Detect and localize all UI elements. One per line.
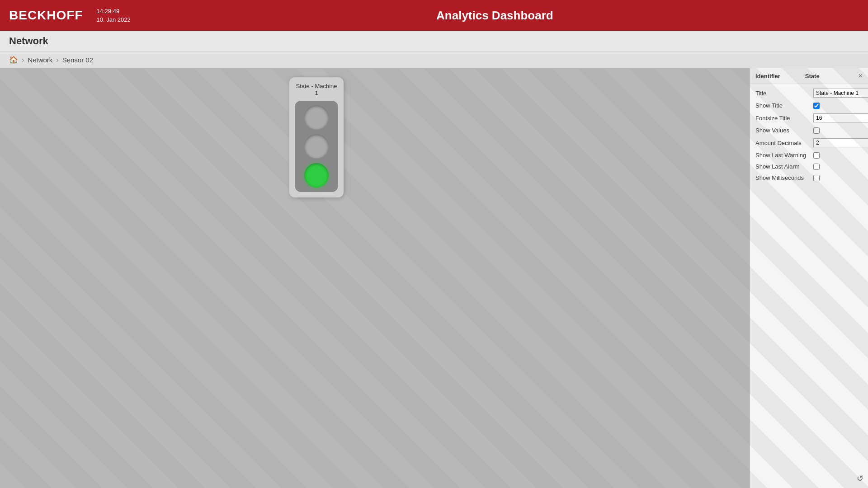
home-icon[interactable]: 🏠 — [9, 56, 18, 64]
amount-decimals-label: Amount Decimals — [755, 140, 810, 146]
datetime-line2: 10. Jan 2022 — [97, 15, 131, 24]
breadcrumb-network[interactable]: Network — [28, 56, 52, 64]
logo-text: BECKHOFF — [9, 9, 83, 22]
show-last-warning-label: Show Last Warning — [755, 152, 810, 159]
panel-row-amount-decimals: Amount Decimals — [755, 138, 863, 147]
fontsize-title-label: Fontsize Title — [755, 115, 810, 122]
panel-close-button[interactable]: × — [855, 72, 863, 80]
panel-header-col1: Identifier — [755, 73, 805, 80]
light-red — [304, 105, 329, 130]
sub-header: Network — [0, 31, 868, 52]
show-values-label: Show Values — [755, 127, 810, 134]
dashboard-area: State - Machine 1 — [0, 68, 750, 488]
panel-header-col2: State — [805, 73, 855, 80]
logo-area: BECKHOFF — [9, 9, 83, 22]
breadcrumb: 🏠 › Network › Sensor 02 — [0, 52, 868, 68]
show-title-label: Show Title — [755, 102, 810, 109]
show-last-alarm-checkbox[interactable] — [813, 164, 820, 170]
traffic-light-widget[interactable]: State - Machine 1 — [289, 77, 344, 197]
datetime-display: 14:29:49 10. Jan 2022 — [97, 7, 131, 24]
datetime-line1: 14:29:49 — [97, 7, 131, 16]
show-last-warning-checkbox[interactable] — [813, 152, 820, 159]
widget-title: State - Machine 1 — [295, 83, 338, 96]
show-title-checkbox[interactable] — [813, 103, 820, 109]
app-header: BECKHOFF 14:29:49 10. Jan 2022 Analytics… — [0, 0, 868, 31]
refresh-icon[interactable]: ↺ — [857, 474, 863, 483]
panel-header: Identifier State × — [750, 68, 868, 84]
title-label: Title — [755, 90, 810, 97]
panel-row-show-milliseconds: Show Milliseconds — [755, 174, 863, 181]
panel-row-fontsize: Fontsize Title — [755, 113, 863, 122]
light-green — [304, 163, 329, 188]
amount-decimals-input[interactable] — [813, 138, 868, 147]
panel-body: Title Show Title Fontsize Title Show Val… — [750, 84, 868, 186]
fontsize-title-input[interactable] — [813, 113, 868, 122]
panel-row-show-values: Show Values — [755, 127, 863, 134]
panel-row-show-last-warning: Show Last Warning — [755, 152, 863, 159]
show-last-alarm-label: Show Last Alarm — [755, 163, 810, 170]
panel-row-title: Title — [755, 89, 863, 98]
show-milliseconds-checkbox[interactable] — [813, 175, 820, 181]
light-yellow — [304, 134, 329, 159]
main-content: State - Machine 1 Identifier State × Tit… — [0, 68, 868, 488]
breadcrumb-separator-2: › — [56, 56, 58, 64]
panel-row-show-last-alarm: Show Last Alarm — [755, 163, 863, 170]
panel-row-show-title: Show Title — [755, 102, 863, 109]
right-panel: Identifier State × Title Show Title Font… — [750, 68, 868, 488]
breadcrumb-separator-1: › — [22, 56, 24, 64]
traffic-light-body — [295, 101, 338, 192]
sub-header-label: Network — [9, 35, 48, 47]
show-milliseconds-label: Show Milliseconds — [755, 174, 810, 181]
app-title: Analytics Dashboard — [131, 9, 859, 23]
breadcrumb-sensor: Sensor 02 — [62, 56, 93, 64]
title-input[interactable] — [813, 89, 868, 98]
panel-bottom: ↺ — [750, 469, 868, 488]
show-values-checkbox[interactable] — [813, 127, 820, 134]
